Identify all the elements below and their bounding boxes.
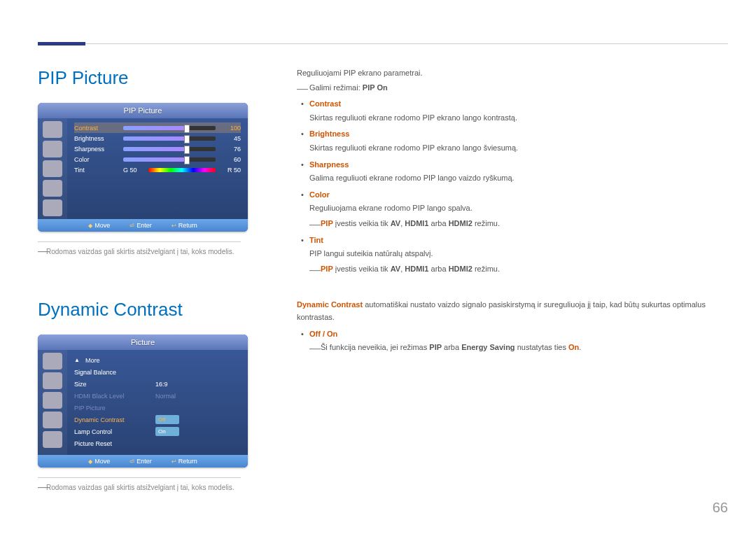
- osd-row-contrast[interactable]: Contrast 100: [74, 122, 241, 133]
- osd-row[interactable]: Signal Balance: [74, 366, 241, 378]
- item-offon: • Off / On: [297, 328, 728, 341]
- item-brightness: •Brightness: [297, 128, 728, 141]
- top-rule-accent: [38, 42, 85, 45]
- section-dynamic-contrast: Dynamic Contrast Picture ▲ More: [38, 299, 728, 491]
- dc-intro: Dynamic Contrast automatiškai nustato va…: [297, 299, 728, 323]
- osd-sidebar-icons: [38, 118, 67, 219]
- item-desc: PIP langui suteikia natūralų atspalvį.: [297, 248, 728, 260]
- osd-row: PIP Picture: [74, 402, 241, 414]
- return-icon: ↩: [172, 458, 176, 465]
- move-icon: ◆: [88, 458, 92, 465]
- osd-icon: [43, 199, 62, 216]
- osd-hue-slider[interactable]: [148, 168, 216, 172]
- osd-value: 100: [220, 125, 241, 132]
- item-contrast: •Contrast: [297, 98, 728, 111]
- osd-label: Color: [74, 156, 119, 163]
- footer-move[interactable]: ◆Move: [88, 222, 110, 229]
- bullet-icon: •: [301, 98, 304, 111]
- osd-row[interactable]: Size16:9: [74, 378, 241, 390]
- footer-enter[interactable]: ⏎Enter: [130, 458, 152, 465]
- dash-icon: ―: [38, 481, 49, 493]
- dc-note: ― Ši funkcija neveikia, jei režimas PIP …: [297, 342, 728, 354]
- osd-icon: [43, 160, 62, 177]
- osd-footer: ◆Move ⏎Enter ↩Return: [38, 455, 248, 468]
- item-desc: Galima reguliuoti ekrane rodomo PIP lang…: [297, 172, 728, 185]
- osd-row-sharpness[interactable]: Sharpness 76: [74, 143, 241, 154]
- osd-title: Picture: [38, 335, 248, 350]
- item-desc: Skirtas reguliuoti ekrane rodomo PIP ekr…: [297, 142, 728, 155]
- dash-icon: ―: [38, 245, 49, 258]
- page-number: 66: [713, 500, 728, 516]
- item-sharpness: •Sharpness: [297, 159, 728, 171]
- osd-slider[interactable]: [123, 126, 216, 130]
- osd-title: PIP Picture: [38, 103, 248, 118]
- osd-label: Sharpness: [74, 146, 119, 153]
- tint-right: R 50: [220, 167, 241, 174]
- modes-line: ― Galimi režimai: PIP On: [297, 82, 728, 94]
- osd-icon: [43, 412, 62, 428]
- up-arrow-icon: ▲: [74, 357, 80, 363]
- osd-icon: [43, 121, 62, 138]
- osd-row-tint[interactable]: Tint G 50 R 50: [74, 164, 241, 175]
- enter-icon: ⏎: [130, 223, 134, 229]
- enter-icon: ⏎: [130, 458, 134, 465]
- dash-icon: ―: [309, 339, 321, 358]
- tint-note: ― PIP įvestis veikia tik AV, HDMI1 arba …: [297, 263, 728, 276]
- footer-enter[interactable]: ⏎Enter: [130, 222, 152, 229]
- bullet-icon: •: [301, 234, 304, 247]
- osd-panel: ▲ More Signal Balance Size16:9 HDMI Blac…: [67, 350, 248, 455]
- osd-slider[interactable]: [123, 136, 216, 141]
- item-desc: Reguliuojama ekrane rodomo PIP lango spa…: [297, 202, 728, 215]
- bullet-icon: •: [301, 128, 304, 141]
- osd-slider[interactable]: [123, 147, 216, 151]
- item-color: •Color: [297, 189, 728, 202]
- osd-label: More: [85, 357, 162, 364]
- bullet-icon: •: [301, 328, 304, 341]
- osd-panel: Contrast 100 Brightness 45 Sharpness: [67, 118, 248, 219]
- osd-label: Tint: [74, 167, 119, 174]
- osd-value: 60: [220, 156, 241, 163]
- osd-picture: Picture ▲ More Signal Balan: [38, 335, 248, 468]
- note-separator: [38, 477, 241, 478]
- footnote: ― Rodomas vaizdas gali skirtis atsižvelg…: [38, 484, 269, 491]
- osd-row[interactable]: Picture Reset: [74, 437, 241, 449]
- osd-icon: [43, 431, 62, 448]
- note-separator: [38, 241, 241, 242]
- section-pip-picture: PIP Picture PIP Picture Contrast: [38, 67, 728, 278]
- dash-icon: ―: [309, 261, 321, 279]
- footer-move[interactable]: ◆Move: [88, 458, 110, 465]
- osd-row-brightness[interactable]: Brightness 45: [74, 133, 241, 143]
- osd-icon: [43, 180, 62, 197]
- osd-label: Contrast: [74, 125, 119, 132]
- footnote: ― Rodomas vaizdas gali skirtis atsižvelg…: [38, 248, 269, 255]
- dash-icon: ―: [309, 216, 321, 234]
- item-desc: Skirtas reguliuoti ekrane rodomo PIP ekr…: [297, 112, 728, 125]
- osd-sidebar-icons: [38, 350, 67, 455]
- osd-value: 45: [220, 135, 241, 142]
- osd-icon: [43, 353, 62, 370]
- footer-return[interactable]: ↩Return: [172, 458, 197, 465]
- osd-value: 76: [220, 146, 241, 153]
- osd-icon: [43, 392, 62, 409]
- osd-icon: [43, 372, 62, 389]
- osd-pip-picture: PIP Picture Contrast 100: [38, 103, 248, 232]
- bullet-icon: •: [301, 189, 304, 202]
- item-tint: •Tint: [297, 234, 728, 247]
- osd-label: Brightness: [74, 135, 119, 142]
- color-note: ― PIP įvestis veikia tik AV, HDMI1 arba …: [297, 218, 728, 230]
- osd-slider[interactable]: [123, 157, 216, 162]
- move-icon: ◆: [88, 223, 92, 229]
- osd-row[interactable]: Lamp ControlOn: [74, 426, 241, 437]
- top-rule: [38, 43, 728, 44]
- dash-icon: ―: [297, 80, 308, 98]
- osd-row-dynamic-contrast[interactable]: Dynamic ContrastOff: [74, 414, 241, 426]
- tint-left: G 50: [123, 167, 144, 174]
- heading-pip-picture: PIP Picture: [38, 67, 269, 89]
- osd-row-more[interactable]: ▲ More: [74, 354, 241, 366]
- footer-return[interactable]: ↩Return: [172, 222, 197, 229]
- bullet-icon: •: [301, 159, 304, 171]
- heading-dynamic-contrast: Dynamic Contrast: [38, 299, 269, 321]
- osd-icon: [43, 141, 62, 157]
- return-icon: ↩: [172, 223, 176, 229]
- osd-row-color[interactable]: Color 60: [74, 154, 241, 164]
